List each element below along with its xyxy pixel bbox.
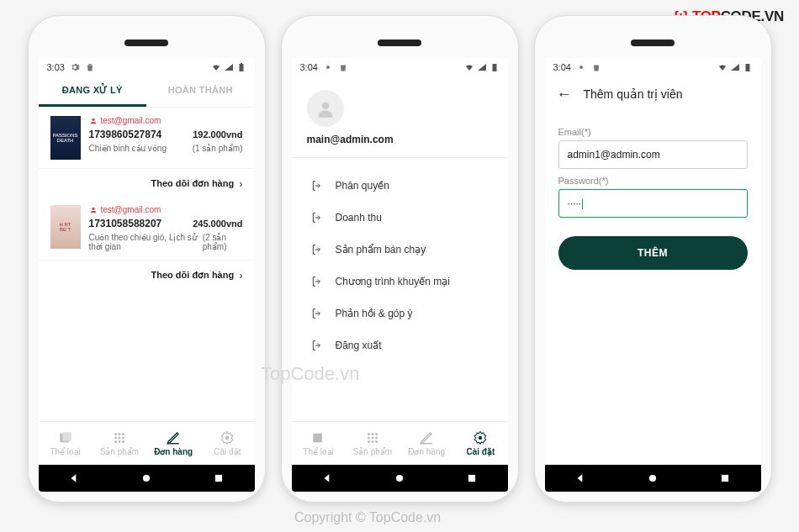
- status-bar: 3:04: [292, 58, 508, 76]
- menu-feedback[interactable]: Phản hồi & góp ý: [292, 298, 508, 329]
- svg-point-11: [118, 440, 120, 443]
- svg-point-19: [371, 433, 373, 435]
- svg-point-8: [118, 437, 120, 440]
- recents-button[interactable]: [213, 472, 225, 484]
- svg-point-5: [118, 433, 120, 435]
- android-nav-bar: [39, 465, 255, 492]
- nav-categories[interactable]: Thể loại: [292, 422, 346, 465]
- back-button[interactable]: [574, 472, 586, 484]
- recents-button[interactable]: [466, 472, 478, 484]
- svg-point-4: [114, 433, 117, 435]
- edit-icon: [419, 430, 434, 445]
- back-button[interactable]: [321, 472, 333, 484]
- svg-rect-31: [722, 475, 728, 482]
- chevron-right-icon: ›: [239, 269, 242, 282]
- email-label: Email(*): [558, 127, 748, 137]
- product-thumbnail: PASSIONSDEATH: [50, 116, 81, 160]
- home-button[interactable]: [647, 472, 659, 484]
- order-id: 1731058588207: [89, 218, 162, 229]
- exit-icon: [310, 275, 324, 288]
- order-item[interactable]: H RTBE T test@gmail.com 1731058588207 24…: [39, 197, 255, 261]
- order-desc: Chiến binh cầu vồng: [89, 144, 167, 153]
- gear-icon: [576, 62, 586, 72]
- tab-processing[interactable]: ĐANG XỬ LÝ: [39, 76, 147, 107]
- menu-permissions[interactable]: Phân quyền: [292, 170, 508, 202]
- exit-icon: [310, 307, 324, 320]
- recents-button[interactable]: [719, 472, 731, 484]
- password-label: Password(*): [558, 176, 748, 186]
- svg-rect-3: [62, 432, 71, 441]
- svg-point-23: [375, 437, 378, 440]
- status-time: 3:04: [553, 62, 571, 72]
- svg-point-0: [92, 118, 94, 120]
- add-button[interactable]: THÊM: [558, 236, 748, 270]
- nav-settings[interactable]: Cài đặt: [200, 422, 254, 465]
- svg-point-9: [122, 437, 124, 440]
- gear-icon: [220, 430, 235, 445]
- menu-promotions[interactable]: Chương trình khuyến mại: [292, 266, 508, 298]
- home-button[interactable]: [140, 472, 152, 484]
- copyright: Copyright © TopCode.vn: [294, 510, 441, 525]
- back-arrow-icon[interactable]: ←: [557, 87, 572, 102]
- svg-point-22: [371, 437, 373, 440]
- nav-products[interactable]: Sản phẩm: [346, 422, 400, 465]
- track-order-link[interactable]: Theo dõi đơn hàng ›: [39, 169, 255, 197]
- admin-email: main@admin.com: [307, 134, 493, 145]
- status-bar: 3:03: [39, 58, 255, 76]
- svg-point-1: [92, 207, 94, 209]
- track-order-link[interactable]: Theo dõi đơn hàng ›: [39, 261, 255, 288]
- svg-point-12: [122, 440, 124, 443]
- svg-point-13: [225, 436, 230, 440]
- grid-icon: [112, 430, 127, 445]
- menu-bestsellers[interactable]: Sản phẩm bán chạy: [292, 234, 508, 266]
- categories-icon: [311, 430, 326, 445]
- svg-point-16: [321, 102, 329, 109]
- home-button[interactable]: [394, 472, 405, 484]
- user-icon: [89, 206, 98, 214]
- order-count: (2 sản phẩm): [203, 233, 243, 251]
- password-field[interactable]: ·····: [558, 189, 748, 218]
- email-field[interactable]: admin1@admin.com: [558, 140, 748, 169]
- avatar: [307, 90, 344, 127]
- svg-point-26: [375, 440, 378, 443]
- signal-icon: [224, 62, 234, 72]
- order-item[interactable]: PASSIONSDEATH test@gmail.com 17398605278…: [39, 108, 255, 169]
- svg-point-7: [114, 437, 117, 440]
- svg-point-6: [122, 433, 124, 435]
- svg-point-18: [368, 433, 370, 435]
- nav-orders[interactable]: Đơn hàng: [146, 422, 200, 465]
- nav-orders[interactable]: Đơn hàng: [400, 422, 453, 465]
- exit-icon: [310, 179, 324, 192]
- wifi-icon: [464, 62, 474, 72]
- trash-icon: [85, 62, 95, 72]
- svg-rect-29: [468, 475, 475, 482]
- status-time: 3:03: [47, 62, 65, 72]
- exit-icon: [310, 339, 324, 352]
- trash-icon: [591, 62, 601, 72]
- order-desc: Cuốn theo chiều gió, Lịch sử thời gian: [89, 233, 203, 251]
- status-bar: 3:04: [545, 58, 761, 76]
- tab-completed[interactable]: HOÀN THÀNH: [146, 76, 255, 107]
- gear-icon: [473, 430, 488, 445]
- order-price: 192.000vnd: [193, 129, 242, 140]
- product-thumbnail: H RTBE T: [50, 205, 81, 249]
- phone-mockup-3: 3:04 ← Thêm quản trị viên Email(*) admin…: [534, 15, 772, 503]
- order-email: test@gmail.com: [101, 116, 161, 125]
- svg-rect-17: [313, 434, 322, 443]
- phone-speaker: [378, 40, 421, 46]
- gear-icon: [323, 62, 333, 72]
- order-id: 1739860527874: [89, 129, 162, 140]
- nav-settings[interactable]: Cài đặt: [453, 422, 507, 465]
- svg-point-30: [649, 475, 656, 482]
- menu-logout[interactable]: Đăng xuất: [292, 329, 508, 361]
- wifi-icon: [211, 62, 221, 72]
- nav-categories[interactable]: Thể loại: [39, 422, 93, 465]
- chevron-right-icon: ›: [239, 177, 242, 190]
- phone-speaker: [631, 40, 675, 46]
- battery-icon: [743, 62, 753, 72]
- nav-products[interactable]: Sản phẩm: [93, 422, 146, 465]
- menu-revenue[interactable]: Doanh thu: [292, 202, 508, 234]
- back-button[interactable]: [68, 472, 80, 484]
- svg-point-10: [114, 440, 117, 443]
- edit-icon: [166, 430, 181, 445]
